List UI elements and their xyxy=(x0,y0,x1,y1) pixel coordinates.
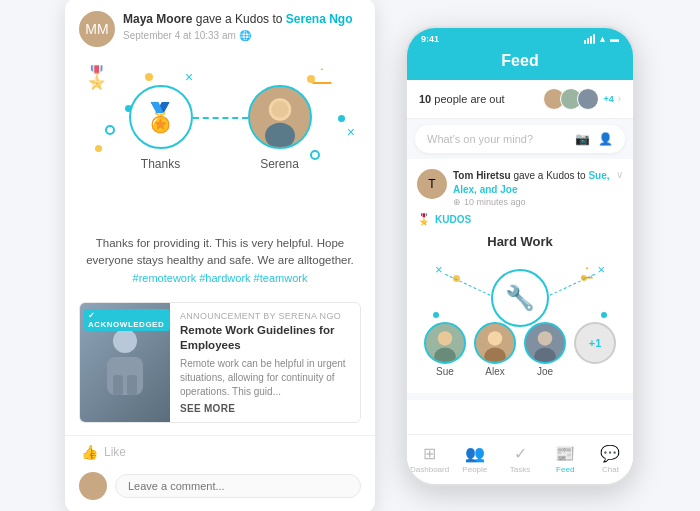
card-footer: 👍 Like xyxy=(65,435,375,472)
nav-dashboard[interactable]: ⊞ Dashboard xyxy=(407,444,452,474)
feed-action: gave a Kudos to xyxy=(513,170,585,181)
comment-avatar xyxy=(79,472,107,500)
people-count: 10 xyxy=(419,93,431,105)
svg-rect-5 xyxy=(107,357,143,395)
poster-name: Maya Moore xyxy=(123,12,192,26)
status-time: 9:41 xyxy=(421,34,439,44)
people-out-bar: 10 people are out +4 › xyxy=(407,80,633,119)
phone-header: Feed xyxy=(407,48,633,80)
kudos-ribbon-icon: 🎖️ xyxy=(417,213,431,226)
dot-deco xyxy=(433,312,439,318)
card-header-name: Maya Moore gave a Kudos to Serena Ngo xyxy=(123,11,361,28)
phone-kudos-visual: × × 🔧 xyxy=(425,257,615,377)
person-avatar xyxy=(248,85,312,149)
dot-deco xyxy=(145,73,153,81)
ann-desc: Remote work can be helpful in urgent sit… xyxy=(180,357,350,399)
phone-status-bar: 9:41 ▲ ▬ xyxy=(407,28,633,48)
signal-icon xyxy=(584,34,595,44)
ann-content: Announcement by Serena Ngo Remote Work G… xyxy=(170,303,360,422)
people-avatars-row: +4 › xyxy=(543,88,621,110)
feed-avatar: T xyxy=(417,169,447,199)
nav-people[interactable]: 👥 People xyxy=(452,444,497,474)
tasks-icon: ✓ xyxy=(514,444,527,463)
phone-badge-emoji: 🔧 xyxy=(505,284,535,312)
feed-post-meta: Tom Hiretsu gave a Kudos to Sue, Alex, a… xyxy=(453,169,610,207)
phone-kudos-area: Hard Work × × xyxy=(417,230,623,385)
people-avatars xyxy=(543,88,599,110)
chevron-right-icon: › xyxy=(618,93,621,104)
kudos-message: Thanks for providing it. This is very he… xyxy=(65,225,375,294)
avatar: MM xyxy=(79,11,115,47)
svg-point-9 xyxy=(438,331,452,345)
nav-chat-label: Chat xyxy=(602,465,619,474)
like-label[interactable]: Like xyxy=(104,445,126,459)
phone: 9:41 ▲ ▬ Feed xyxy=(405,26,635,486)
dot-deco xyxy=(601,312,607,318)
person-label: Serena xyxy=(260,157,299,171)
connector-line xyxy=(193,117,248,119)
person-name-sue: Sue xyxy=(436,366,454,377)
person-wrap: Serena xyxy=(248,85,312,171)
svg-point-12 xyxy=(488,331,502,345)
feed-post-time: ⊕ 10 minutes ago xyxy=(453,197,610,207)
time-text: 10 minutes ago xyxy=(464,197,526,207)
card-header: MM Maya Moore gave a Kudos to Serena Ngo… xyxy=(65,0,375,55)
person-silhouette xyxy=(95,325,155,400)
ann-by: Announcement by Serena Ngo xyxy=(180,311,350,321)
kudos-recipient: Serena Ngo xyxy=(286,12,353,26)
kudos-action: gave a Kudos to xyxy=(196,12,283,26)
feed-post-name: Tom Hiretsu gave a Kudos to Sue, Alex, a… xyxy=(453,169,610,197)
wifi-icon: ▲ xyxy=(598,34,607,44)
comment-input[interactable] xyxy=(115,474,361,498)
kudos-label: 🎖️ KUDOS xyxy=(417,213,623,226)
nav-feed[interactable]: 📰 Feed xyxy=(543,444,588,474)
extra-count: +1 xyxy=(589,337,602,349)
kudos-label-text: KUDOS xyxy=(435,214,471,225)
phone-wrap: 9:41 ▲ ▬ Feed xyxy=(405,26,635,486)
x-deco: × xyxy=(185,70,193,84)
kudos-message-text: Thanks for providing it. This is very he… xyxy=(86,237,354,266)
badge-emoji: 🏅 xyxy=(143,101,178,134)
ann-title: Remote Work Guidelines for Employees xyxy=(180,323,350,353)
kudos-tags: #remotework #hardwork #teamwork xyxy=(85,270,355,287)
chat-icon: 💬 xyxy=(600,444,620,463)
svg-point-4 xyxy=(113,329,137,353)
person-name-alex: Alex xyxy=(485,366,504,377)
status-icons: ▲ ▬ xyxy=(584,34,619,44)
people-more: +4 xyxy=(603,94,613,104)
phone-badge-center: 🔧 xyxy=(491,269,549,327)
nav-tasks[interactable]: ✓ Tasks xyxy=(497,444,542,474)
nav-dashboard-label: Dashboard xyxy=(410,465,449,474)
nav-tasks-label: Tasks xyxy=(510,465,530,474)
badge-label: Thanks xyxy=(141,157,180,171)
whats-on-mind[interactable]: What's on your mind? 📷 👤 xyxy=(415,125,625,153)
person-avatar-sue xyxy=(424,322,466,364)
kudos-icons-row: 🏅 Thanks xyxy=(85,85,355,171)
feed-chevron-icon: ∨ xyxy=(616,169,623,180)
nav-chat[interactable]: 💬 Chat xyxy=(588,444,633,474)
whats-on-mind-text: What's on your mind? xyxy=(427,133,533,145)
wom-icons: 📷 👤 xyxy=(575,132,613,146)
phone-persons: Sue xyxy=(425,322,615,377)
nav-people-label: People xyxy=(462,465,487,474)
kudos-visual: 🎖️ × × 🏅 Thanks xyxy=(65,55,375,225)
person-avatar-alex xyxy=(474,322,516,364)
person-avatar-joe xyxy=(524,322,566,364)
connector-left xyxy=(445,273,495,297)
x-deco: × xyxy=(435,262,443,277)
mini-avatar xyxy=(577,88,599,110)
person-avatar-extra: +1 xyxy=(574,322,616,364)
person-joe: Joe xyxy=(524,322,566,377)
person-alex: Alex xyxy=(474,322,516,377)
feed-poster: Tom Hiretsu xyxy=(453,170,511,181)
nav-feed-label: Feed xyxy=(556,465,574,474)
svg-rect-7 xyxy=(127,375,137,395)
x-deco: × xyxy=(597,262,605,277)
kudos-badge: 🏅 xyxy=(129,85,193,149)
add-icon: ⊕ xyxy=(453,197,461,207)
battery-icon: ▬ xyxy=(610,34,619,44)
phone-content: 10 people are out +4 › xyxy=(407,80,633,400)
globe-icon: 🌐 xyxy=(239,30,251,41)
see-more-button[interactable]: SEE MORE xyxy=(180,403,350,414)
feed-title: Feed xyxy=(501,52,538,69)
